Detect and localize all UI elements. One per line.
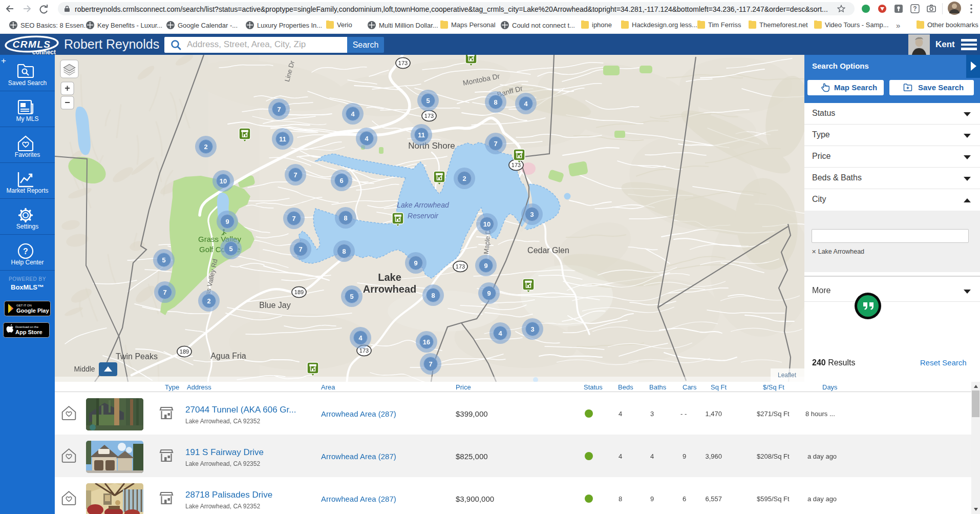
svg-text:Lake: Lake — [378, 272, 401, 283]
svg-text:189: 189 — [180, 348, 189, 355]
svg-text:GET IT ON: GET IT ON — [16, 304, 32, 307]
svg-text:7: 7 — [293, 171, 297, 179]
svg-text:6: 6 — [339, 177, 343, 184]
svg-text:+: + — [65, 83, 70, 93]
svg-text:5: 5 — [229, 245, 232, 253]
svg-text:CRMLS: CRMLS — [12, 39, 51, 50]
svg-text:Download on the: Download on the — [15, 325, 39, 328]
svg-text:7: 7 — [494, 140, 497, 148]
svg-text:9: 9 — [487, 290, 491, 297]
svg-text:173: 173 — [424, 113, 434, 119]
svg-text:?: ? — [23, 247, 28, 256]
svg-text:189: 189 — [294, 289, 304, 295]
svg-text:8: 8 — [494, 98, 497, 106]
svg-text:7: 7 — [277, 106, 281, 113]
svg-text:−: − — [65, 97, 70, 108]
svg-text:?: ? — [913, 5, 917, 12]
svg-text:Reservoir: Reservoir — [408, 212, 439, 220]
svg-text:9: 9 — [484, 262, 487, 270]
svg-text:3: 3 — [530, 211, 534, 218]
svg-text:8: 8 — [431, 292, 435, 299]
svg-text:7: 7 — [292, 215, 295, 222]
svg-text:4: 4 — [498, 330, 502, 337]
svg-text:5: 5 — [162, 256, 165, 264]
svg-text:9: 9 — [225, 218, 229, 225]
svg-text:9: 9 — [414, 259, 417, 267]
svg-text:4: 4 — [365, 135, 369, 142]
svg-text:App Store: App Store — [15, 329, 42, 335]
svg-text:4: 4 — [524, 100, 528, 108]
svg-text:11: 11 — [279, 135, 286, 143]
svg-text:Lake Arrowhead: Lake Arrowhead — [397, 201, 450, 209]
svg-text:4: 4 — [358, 334, 363, 342]
svg-text:2: 2 — [207, 297, 210, 305]
svg-text:2: 2 — [204, 143, 207, 151]
svg-text:4: 4 — [351, 110, 355, 118]
svg-text:3: 3 — [530, 325, 534, 333]
svg-text:Google Play: Google Play — [16, 307, 49, 314]
svg-text:Blue Jay: Blue Jay — [259, 301, 290, 310]
svg-text:10: 10 — [483, 220, 491, 228]
svg-text:11: 11 — [418, 131, 425, 139]
svg-text:10: 10 — [220, 177, 227, 185]
svg-text:Arrowhead: Arrowhead — [363, 283, 416, 295]
svg-text:Leaflet: Leaflet — [778, 372, 797, 379]
svg-text:173: 173 — [398, 60, 408, 66]
svg-text:7: 7 — [299, 245, 302, 253]
svg-text:5: 5 — [350, 293, 353, 300]
svg-text:8: 8 — [344, 214, 347, 222]
svg-text:Twin Peaks: Twin Peaks — [116, 352, 158, 361]
svg-text:7: 7 — [163, 289, 166, 296]
svg-text:Cedar Glen: Cedar Glen — [527, 246, 569, 255]
svg-text:2: 2 — [462, 175, 466, 182]
svg-text:Agua Fria: Agua Fria — [210, 352, 246, 360]
svg-text:8: 8 — [342, 248, 346, 255]
svg-text:Middle: Middle — [74, 365, 95, 373]
svg-text:7: 7 — [429, 360, 432, 368]
svg-text:173: 173 — [456, 263, 465, 270]
svg-text:cοnnect: cοnnect — [32, 49, 56, 55]
svg-text:5: 5 — [426, 97, 430, 105]
svg-text:16: 16 — [423, 338, 430, 346]
